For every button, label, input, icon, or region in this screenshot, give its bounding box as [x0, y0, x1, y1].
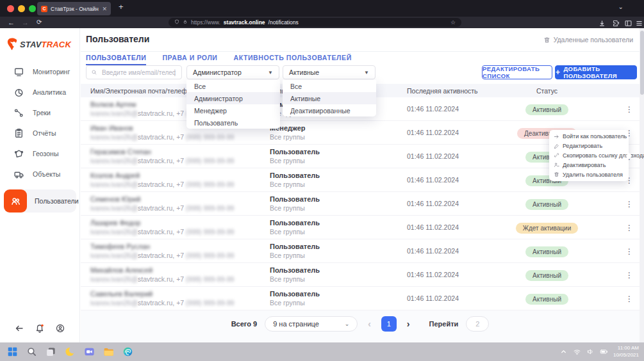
battery-icon[interactable]	[600, 348, 608, 356]
stavtrack-logo[interactable]: STAVTRACK	[6, 36, 71, 52]
status-option[interactable]: Все	[283, 80, 376, 92]
user-contacts: ivanov.ivan26@stavtrack.ru, +7 (999) 999…	[90, 133, 270, 141]
row-menu-kebab-icon[interactable]: ⋮	[625, 271, 633, 280]
volume-icon[interactable]	[586, 348, 595, 356]
sidebar-item-analytics[interactable]: Аналитика	[0, 82, 79, 102]
user-groups: Все группы	[270, 299, 407, 307]
caret-down-icon: ▼	[364, 70, 369, 76]
row-menu-kebab-icon[interactable]: ⋮	[625, 223, 633, 232]
wifi-icon[interactable]	[573, 348, 581, 356]
reload-button[interactable]: ⟳	[37, 18, 42, 27]
users-icon	[4, 189, 27, 213]
sidebar-item-geozones[interactable]: Геозоны	[0, 143, 79, 164]
context-menu-item[interactable]: Редактировать	[549, 141, 629, 151]
chevron-up-icon[interactable]	[559, 348, 568, 356]
chat-icon[interactable]	[84, 346, 95, 357]
new-tab-button[interactable]: +	[119, 2, 124, 12]
screen: C СтавТрэк - Онлайн мониторин ✕ + ⌄ ← → …	[0, 0, 644, 361]
sidebar-bottom-bar	[0, 323, 79, 336]
app-sidebar: STAVTRACK МониторингАналитикаТрекиОтчёты…	[0, 28, 80, 342]
sidebar-item-label: Аналитика	[33, 88, 66, 96]
role-option[interactable]: Менеджер	[186, 104, 280, 116]
row-menu-kebab-icon[interactable]: ⋮	[625, 200, 633, 209]
browser-tab[interactable]: C СтавТрэк - Онлайн мониторин ✕	[37, 2, 111, 15]
bookmark-star-icon[interactable]: ☆	[450, 19, 456, 26]
shield-icon[interactable]	[174, 19, 179, 26]
next-page-button[interactable]: ›	[404, 319, 413, 329]
role-option[interactable]: Все	[186, 80, 280, 92]
row-menu-kebab-icon[interactable]: ⋮	[625, 105, 633, 114]
list-tabs-chevron-icon[interactable]: ⌄	[618, 3, 623, 10]
tab-rights-roles[interactable]: ПРАВА И РОЛИ	[162, 54, 217, 65]
tab-users[interactable]: ПОЛЬЗОВАТЕЛИ	[86, 54, 146, 65]
taskbar-search-icon[interactable]	[26, 346, 37, 357]
sidebar-item-reports[interactable]: Отчёты	[0, 123, 79, 143]
tab-title: СтавТрэк - Онлайн мониторин	[51, 6, 99, 12]
forward-button[interactable]: →	[22, 18, 29, 27]
last-activity: 01:46 11.02.2024	[407, 129, 491, 136]
back-button[interactable]: ←	[8, 18, 15, 27]
sidebar-item-monitoring[interactable]: Мониторинг	[0, 61, 79, 82]
row-menu-kebab-icon[interactable]: ⋮	[625, 294, 633, 303]
page-scrollbar[interactable]	[640, 28, 644, 342]
status-badge: Активный	[525, 246, 568, 257]
logo-text-track: TRACK	[42, 40, 72, 49]
account-icon[interactable]	[55, 323, 65, 336]
status-filter-select[interactable]: Активные▼	[283, 65, 376, 79]
user-contacts: ivanov.ivan26@stavtrack.ru, +7 (999) 999…	[90, 157, 270, 164]
collapse-sidebar-icon[interactable]	[14, 323, 24, 336]
deleted-users-link[interactable]: Удаленные пользователи	[543, 36, 633, 44]
status-option[interactable]: Деактивированные	[283, 104, 376, 116]
role-filter-select[interactable]: Администратор▼	[186, 65, 279, 79]
scrollbar-thumb[interactable]	[640, 31, 644, 95]
sidebar-item-tracks[interactable]: Треки	[0, 102, 79, 123]
lock-icon[interactable]	[183, 19, 188, 26]
url-bar[interactable]: https://www.stavtrack.online/notificatio…	[169, 18, 461, 27]
download-icon[interactable]	[598, 19, 606, 27]
user-role: Менеджер	[270, 124, 407, 132]
folder-icon[interactable]	[103, 346, 114, 357]
win-start-icon[interactable]	[7, 346, 18, 357]
page-title: Пользователи	[86, 34, 149, 44]
menu-hamburger-icon[interactable]	[635, 19, 643, 27]
context-menu-item[interactable]: Войти как пользователь	[549, 132, 629, 141]
user-name: Семенов Юрий	[90, 195, 270, 203]
context-menu-item[interactable]: Удалить пользователя	[549, 170, 629, 179]
tab-close-icon[interactable]: ✕	[102, 6, 107, 12]
sidebar-panel-icon[interactable]	[624, 19, 632, 27]
edge-icon[interactable]	[122, 346, 133, 357]
role-option[interactable]: Пользователь	[186, 116, 280, 129]
taskbar-clock[interactable]: 11:00 AM 10/05/2021	[613, 345, 639, 358]
extensions-puzzle-icon[interactable]	[612, 19, 620, 27]
user-contacts: ivanov.ivan26@stavtrack.ru, +7 (999) 999…	[90, 180, 270, 188]
url-scheme: https://www.	[191, 19, 220, 26]
role-option[interactable]: Администратор	[186, 92, 280, 104]
per-page-select[interactable]: 9 на странице⌄	[265, 316, 358, 332]
user-role: Пользователь	[270, 219, 407, 227]
table-row: Савельев Валерий ivanov.ivan26@stavtrack…	[81, 287, 640, 310]
context-menu-item[interactable]: Скопировать ссылку для входа	[549, 151, 629, 161]
crescent-icon[interactable]	[65, 346, 76, 357]
goto-page-input[interactable]: 2	[466, 316, 489, 332]
sidebar-item-users[interactable]: Пользователи	[4, 189, 76, 213]
user-contacts: ivanov.ivan26@stavtrack.ru, +7 (999) 999…	[90, 252, 270, 259]
add-user-button[interactable]: +ДОБАВИТЬ ПОЛЬЗОВАТЕЛЯ	[555, 65, 637, 79]
window-minimize-button[interactable]	[18, 5, 25, 12]
context-menu-item[interactable]: Деактивировать	[549, 160, 629, 170]
table-row: Лазарев Федор ivanov.ivan26@stavtrack.ru…	[81, 216, 640, 239]
window-maximize-button[interactable]	[29, 5, 36, 12]
table-row: Семенов Юрий ivanov.ivan26@stavtrack.ru,…	[81, 192, 640, 216]
task-view-icon[interactable]	[45, 346, 56, 357]
prev-page-button[interactable]: ‹	[365, 319, 374, 329]
tab-user-activity[interactable]: АКТИВНОСТЬ ПОЛЬЗОВАТЕЛЕЙ	[234, 54, 352, 65]
user-name: Тимофеев Руслан	[90, 243, 270, 250]
status-option[interactable]: Активные	[283, 92, 376, 104]
edit-list-button[interactable]: РЕДАКТИРОВАТЬ СПИСОК	[482, 65, 552, 79]
row-menu-kebab-icon[interactable]: ⋮	[625, 247, 633, 256]
window-close-button[interactable]	[7, 5, 14, 12]
column-header-activity: Последняя активность	[407, 87, 491, 95]
sidebar-item-objects[interactable]: Объекты	[0, 164, 79, 184]
current-page-button[interactable]: 1	[381, 316, 397, 332]
search-input[interactable]	[101, 68, 177, 77]
notifications-bell-icon[interactable]	[35, 323, 45, 336]
